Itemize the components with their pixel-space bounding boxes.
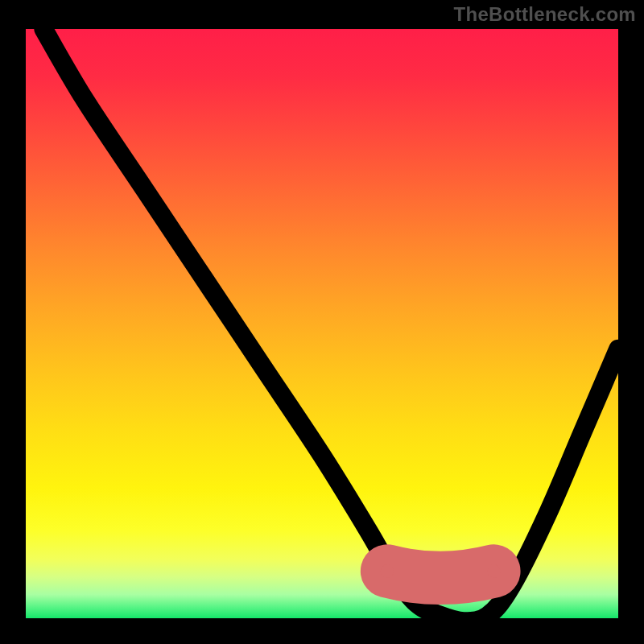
curve-svg — [26, 29, 618, 618]
plot-area — [26, 29, 618, 618]
chart-frame: TheBottleneck.com — [0, 0, 644, 644]
minimum-right-dot — [487, 564, 500, 577]
bottleneck-curve — [43, 29, 618, 618]
minimum-left-dot — [381, 564, 394, 577]
watermark-text: TheBottleneck.com — [454, 3, 636, 26]
minimum-highlight — [387, 571, 493, 577]
